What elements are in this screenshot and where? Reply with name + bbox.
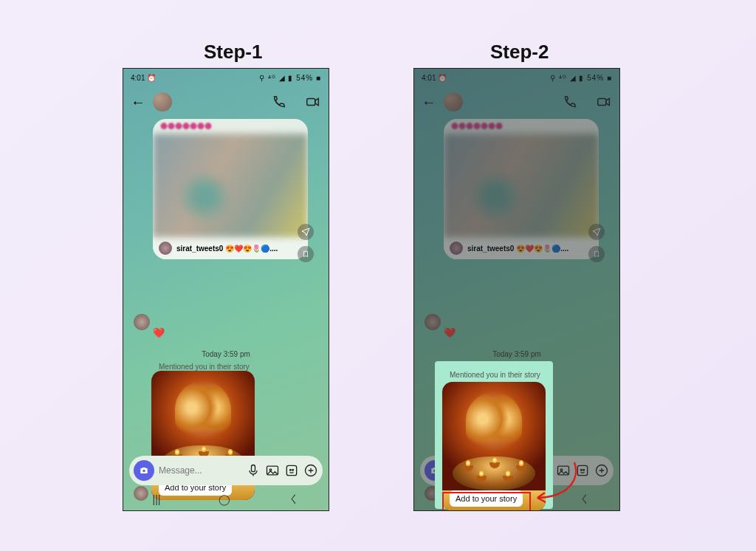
shared-post-top-blur: ⬤⬤⬤⬤⬤⬤⬤: [444, 119, 599, 134]
back-arrow-icon[interactable]: ←: [422, 94, 436, 111]
gallery-icon[interactable]: [265, 463, 280, 478]
video-call-icon[interactable]: [305, 94, 321, 110]
phone-step2: 4:01 ⏰ ⚲ ⁴ᴳ ◢ ▮ 54% ■ ← ⬤⬤⬤⬤⬤⬤⬤ sirat_tw…: [413, 68, 620, 511]
shared-post-top-blur: ⬤⬤⬤⬤⬤⬤⬤: [153, 119, 308, 134]
heart-reaction-icon: ❤️: [444, 327, 456, 338]
bookmark-icon[interactable]: [588, 246, 605, 262]
svg-point-15: [581, 469, 583, 470]
gallery-icon[interactable]: [556, 463, 571, 478]
step-1-title: Step-1: [204, 41, 262, 64]
status-indicators: ⚲ ⁴ᴳ ◢ ▮ 54% ■: [259, 74, 321, 82]
nav-recent-icon[interactable]: |||: [153, 493, 161, 505]
nav-back-icon[interactable]: く: [289, 493, 299, 506]
shared-post-image-blur: [153, 134, 308, 237]
video-call-icon[interactable]: [596, 94, 612, 110]
bookmark-icon[interactable]: [298, 246, 314, 262]
svg-point-6: [290, 469, 292, 470]
shared-post-caption: sirat_tweets0 😍❤️😍🌷🔵....: [176, 244, 278, 253]
story-mention-card-highlight[interactable]: Add to your story: [442, 382, 546, 511]
shared-post-side-icons: [588, 224, 605, 262]
story-image-content: [175, 381, 231, 434]
shared-post-caption: sirat_tweets0 😍❤️😍🌷🔵....: [467, 244, 568, 253]
mentioned-label: Mentioned you in their story: [159, 363, 329, 371]
back-arrow-icon[interactable]: ←: [131, 94, 145, 111]
status-bar: 4:01 ⏰ ⚲ ⁴ᴳ ◢ ▮ 54% ■: [414, 69, 619, 86]
status-indicators: ⚲ ⁴ᴳ ◢ ▮ 54% ■: [550, 74, 612, 82]
shared-post-mini-avatar: [159, 242, 172, 255]
plus-icon[interactable]: [594, 463, 609, 478]
status-bar: 4:01 ⏰ ⚲ ⁴ᴳ ◢ ▮ 54% ■: [123, 69, 329, 86]
shared-post-card[interactable]: ⬤⬤⬤⬤⬤⬤⬤ sirat_tweets0 😍❤️😍🌷🔵....: [444, 119, 599, 259]
camera-button[interactable]: [134, 460, 154, 481]
svg-rect-2: [252, 465, 255, 472]
status-time: 4:01 ⏰: [422, 74, 447, 82]
share-plane-icon[interactable]: [588, 224, 605, 240]
message-input[interactable]: Message...: [159, 465, 241, 476]
svg-point-16: [583, 469, 585, 470]
phone-step1: 4:01 ⏰ ⚲ ⁴ᴳ ◢ ▮ 54% ■ ← ⬤⬤⬤⬤⬤⬤⬤ sirat_tw…: [123, 68, 329, 511]
sticker-icon[interactable]: [575, 463, 590, 478]
sticker-icon[interactable]: [284, 463, 299, 478]
svg-rect-5: [286, 465, 296, 475]
svg-point-1: [142, 470, 145, 473]
timestamp-label: Today 3:59 pm: [414, 346, 619, 363]
svg-rect-14: [577, 465, 587, 475]
lower-chat-area: Today 3:59 pm Mentioned you in their sto…: [123, 346, 329, 510]
android-nav-bar: ||| ◯ く: [123, 488, 329, 510]
shared-post-card[interactable]: ⬤⬤⬤⬤⬤⬤⬤ sirat_tweets0 😍❤️😍🌷🔵....: [153, 119, 308, 259]
svg-point-10: [433, 470, 436, 473]
reaction-sender-avatar[interactable]: [425, 314, 441, 330]
reaction-sender-avatar[interactable]: [134, 314, 150, 330]
step-2-title: Step-2: [490, 41, 549, 64]
nav-back-icon[interactable]: く: [580, 493, 590, 506]
nav-home-icon[interactable]: ◯: [219, 493, 230, 505]
mic-icon[interactable]: [246, 463, 261, 478]
mentioned-label: Mentioned you in their story: [450, 363, 619, 371]
add-to-story-button-highlight[interactable]: Add to your story: [450, 490, 523, 507]
mentioned-label-highlight: Mentioned you in their story: [450, 371, 546, 379]
svg-rect-9: [598, 98, 606, 105]
heart-reaction-icon: ❤️: [153, 327, 165, 338]
status-time: 4:01 ⏰: [131, 74, 156, 82]
timestamp-label: Today 3:59 pm: [123, 346, 329, 363]
chat-header: ←: [123, 86, 329, 117]
call-icon[interactable]: [271, 94, 287, 110]
shared-post-side-icons: [298, 224, 314, 262]
chat-avatar[interactable]: [444, 92, 463, 112]
chat-header: ←: [414, 86, 619, 117]
call-icon[interactable]: [562, 94, 578, 110]
plus-icon[interactable]: [303, 463, 318, 478]
chat-avatar[interactable]: [153, 92, 172, 112]
svg-rect-0: [307, 98, 315, 105]
shared-post-image-blur: [444, 134, 599, 237]
share-plane-icon[interactable]: [298, 224, 314, 240]
shared-post-mini-avatar: [450, 242, 463, 255]
message-input-bar: Message...: [129, 456, 323, 485]
svg-point-7: [292, 469, 294, 470]
